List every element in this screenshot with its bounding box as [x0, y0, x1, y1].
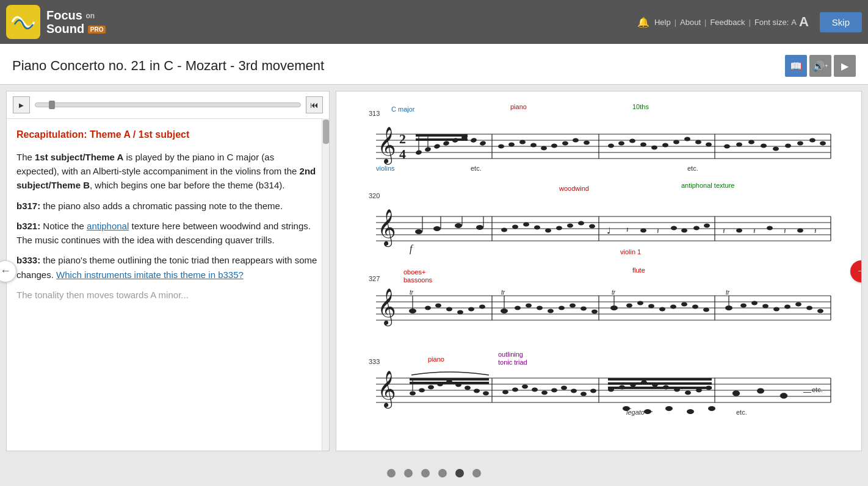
svg-point-91: [589, 224, 595, 228]
antiphonal-link[interactable]: antiphonal: [87, 221, 129, 231]
svg-point-99: [704, 223, 710, 227]
svg-point-57: [820, 141, 826, 145]
svg-point-125: [425, 306, 431, 310]
svg-point-84: [512, 224, 518, 229]
svg-point-96: [671, 226, 677, 230]
svg-point-161: [795, 302, 801, 306]
svg-point-42: [640, 142, 646, 146]
svg-point-90: [578, 221, 584, 225]
logo-area: Focus on Sound PRO: [0, 5, 112, 39]
section-heading: Recapitulation: Theme A / 1st subject: [16, 127, 319, 143]
feedback-link[interactable]: Feedback: [710, 18, 745, 27]
svg-point-86: [534, 225, 540, 229]
svg-point-52: [761, 143, 767, 148]
svg-text:𝄞: 𝄞: [377, 209, 396, 248]
svg-point-157: [751, 301, 758, 305]
svg-point-27: [508, 142, 515, 146]
svg-text:333: 333: [369, 358, 380, 365]
book-icon-btn[interactable]: 📖: [785, 55, 807, 77]
svg-point-85: [523, 222, 529, 226]
dot-6[interactable]: [472, 469, 481, 477]
progress-handle[interactable]: [49, 101, 55, 109]
dot-2[interactable]: [404, 469, 413, 477]
dot-1[interactable]: [387, 469, 396, 477]
skip-button[interactable]: Skip: [820, 12, 862, 32]
dot-3[interactable]: [421, 469, 430, 477]
progress-bar[interactable]: [35, 102, 301, 107]
svg-point-186: [474, 388, 480, 393]
svg-point-122: [409, 309, 416, 313]
svg-rect-210: [608, 378, 712, 381]
play-button[interactable]: ▶: [13, 96, 30, 113]
svg-point-128: [457, 310, 463, 314]
svg-text:piano: piano: [510, 103, 527, 110]
paragraph-3: b321: Notice the antiphonal texture here…: [16, 219, 319, 248]
svg-point-145: [626, 303, 632, 307]
svg-text:etc.: etc.: [736, 409, 747, 416]
svg-point-105: [797, 228, 803, 232]
svg-point-146: [637, 301, 643, 305]
svg-point-149: [670, 304, 676, 309]
svg-point-190: [502, 390, 508, 394]
svg-point-39: [608, 143, 614, 148]
svg-text:tr: tr: [612, 289, 616, 296]
svg-point-97: [681, 228, 687, 232]
audio-bar: ▶ ⏮: [7, 91, 329, 119]
svg-point-33: [573, 138, 579, 142]
svg-point-136: [537, 306, 543, 310]
svg-text:𝄽: 𝄽: [626, 227, 629, 232]
svg-point-48: [706, 142, 712, 146]
help-link[interactable]: Help: [654, 18, 671, 27]
font-size-label: Font size:: [754, 18, 789, 27]
svg-point-26: [498, 144, 504, 148]
svg-point-21: [443, 140, 449, 146]
skip-forward-button[interactable]: ⏮: [306, 96, 323, 113]
about-link[interactable]: About: [680, 18, 701, 27]
play-icon-btn[interactable]: ▶: [834, 55, 856, 77]
svg-point-181: [428, 385, 434, 389]
sound-icon-btn[interactable]: 🔊+: [809, 55, 831, 77]
svg-point-56: [809, 138, 816, 142]
svg-text:tr: tr: [726, 289, 730, 296]
svg-text:oboes+: oboes+: [403, 268, 425, 276]
svg-point-134: [515, 306, 521, 310]
svg-point-142: [610, 306, 618, 310]
svg-point-160: [784, 304, 790, 309]
svg-point-87: [545, 228, 551, 232]
logo-icon: [6, 5, 40, 39]
svg-text:2: 2: [399, 131, 406, 146]
font-size-large-btn[interactable]: A: [799, 14, 809, 30]
svg-rect-211: [608, 382, 712, 385]
svg-text:piano: piano: [428, 356, 444, 363]
svg-text:𝄽: 𝄽: [657, 229, 659, 234]
svg-point-192: [522, 384, 528, 388]
svg-point-40: [618, 141, 624, 145]
svg-point-214: [757, 388, 764, 393]
svg-text:tonic triad: tonic triad: [498, 359, 527, 366]
instruments-link[interactable]: Which instruments imitate this theme in …: [56, 270, 244, 280]
svg-point-191: [512, 387, 518, 391]
svg-point-24: [470, 137, 477, 143]
paragraph-2: b317: the piano also adds a chromatic pa…: [16, 199, 319, 213]
svg-text:♩: ♩: [607, 226, 611, 235]
svg-point-140: [580, 306, 587, 310]
svg-text:327: 327: [369, 275, 380, 282]
svg-point-137: [548, 309, 554, 313]
svg-point-88: [556, 226, 562, 230]
svg-point-28: [519, 140, 526, 144]
svg-point-44: [662, 143, 668, 147]
title-icons: 📖 🔊+ ▶: [785, 55, 856, 77]
svg-point-41: [629, 138, 635, 143]
svg-point-45: [673, 140, 679, 144]
svg-point-224: [708, 406, 715, 411]
logo-text: Focus on Sound PRO: [46, 9, 106, 35]
font-size-small-btn[interactable]: A: [791, 18, 797, 27]
header-nav: Help | About | Feedback | Font size: A A: [654, 14, 809, 30]
scrollbar-thumb[interactable]: [323, 120, 329, 144]
svg-text:𝄞: 𝄞: [377, 127, 396, 165]
svg-text:C major: C major: [391, 105, 415, 113]
scrollbar[interactable]: [322, 118, 329, 451]
svg-point-103: [767, 226, 773, 230]
dot-5[interactable]: [455, 469, 464, 477]
dot-4[interactable]: [438, 469, 447, 477]
